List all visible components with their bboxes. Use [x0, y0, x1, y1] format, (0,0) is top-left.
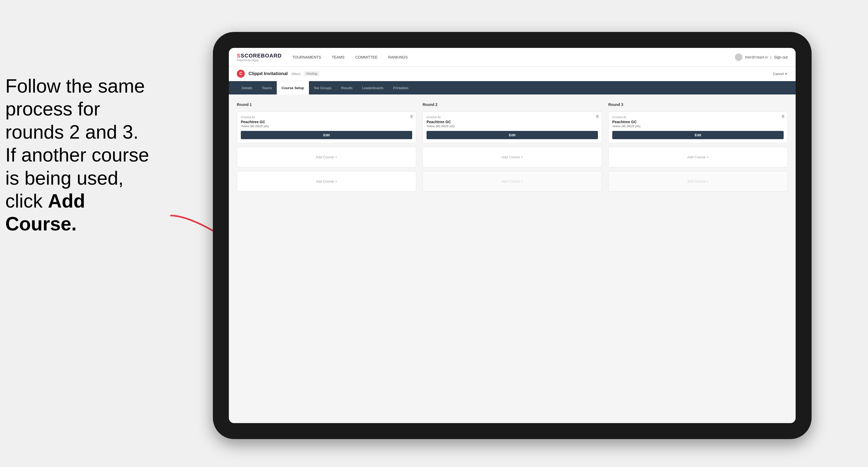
round-3-add-course-2: Add Course +	[608, 171, 788, 192]
cancel-button[interactable]: Cancel ✕	[773, 72, 788, 76]
round-1-add-course-1[interactable]: Add Course +	[237, 147, 416, 167]
round-3-course-wrapper: (Course A) Peachtree GC Yellow (M) (6629…	[608, 112, 788, 143]
round-1-course-name: Peachtree GC	[241, 120, 412, 124]
round-3-add-course-label-2: Add Course +	[687, 179, 709, 183]
round-2-add-course-label-1: Add Course +	[502, 155, 523, 159]
nav-email: blair@clippd.io	[745, 55, 768, 59]
round-1-course-detail: Yellow (M) (6629 yds)	[241, 125, 412, 128]
round-1-course-wrapper: (Course A) Peachtree GC Yellow (M) (6629…	[237, 112, 416, 143]
round-1-col: Round 1 (Course A) Peachtree GC Yellow (…	[237, 102, 416, 192]
men-label: (Men)	[291, 72, 301, 76]
round-2-course-detail: Yellow (M) (6629 yds)	[427, 125, 598, 128]
round-2-course-wrapper: (Course A) Peachtree GC Yellow (M) (6629…	[423, 112, 602, 143]
round-3-add-course-label-1: Add Course +	[687, 155, 709, 159]
round-2-col: Round 2 (Course A) Peachtree GC Yellow (…	[423, 102, 602, 192]
tab-leaderboards[interactable]: Leaderboards	[358, 81, 388, 94]
nav-tournaments[interactable]: TOURNAMENTS	[292, 54, 321, 61]
round-1-course-card: (Course A) Peachtree GC Yellow (M) (6629…	[237, 112, 416, 143]
round-2-course-tag: (Course A)	[427, 116, 598, 119]
round-1-add-course-2[interactable]: Add Course +	[237, 171, 416, 192]
round-2-course-name: Peachtree GC	[427, 120, 598, 124]
round-2-course-card: (Course A) Peachtree GC Yellow (M) (6629…	[423, 112, 602, 143]
tab-printables[interactable]: Printables	[388, 81, 413, 94]
top-nav: SSCOREBOARD Powered by clippd TOURNAMENT…	[229, 48, 796, 66]
tabs-bar: Details Teams Course Setup Tee Groups Re…	[229, 81, 796, 94]
round-1-course-tag: (Course A)	[241, 116, 412, 119]
nav-teams[interactable]: TEAMS	[332, 54, 345, 61]
round-3-edit-button[interactable]: Edit	[612, 131, 784, 139]
round-2-add-course-1[interactable]: Add Course +	[423, 147, 602, 167]
tab-teams[interactable]: Teams	[257, 81, 277, 94]
annotation-text: Follow the same process for rounds 2 and…	[5, 74, 160, 236]
round-3-course-name: Peachtree GC	[612, 120, 784, 124]
round-1-add-course-label-2: Add Course +	[316, 179, 337, 183]
round-1-label: Round 1	[237, 102, 416, 107]
brand-logo: C	[237, 70, 245, 78]
round-2-label: Round 2	[423, 102, 602, 107]
brand-name: SSCOREBOARD	[237, 53, 282, 59]
tab-results[interactable]: Results	[336, 81, 358, 94]
nav-avatar	[735, 54, 742, 61]
nav-committee[interactable]: COMMITTEE	[355, 54, 378, 61]
brand-sub: Powered by clippd	[237, 59, 282, 62]
tablet: SSCOREBOARD Powered by clippd TOURNAMENT…	[213, 32, 812, 439]
round-2-delete-icon[interactable]: 🗑	[595, 114, 599, 118]
rounds-grid: Round 1 (Course A) Peachtree GC Yellow (…	[237, 102, 788, 192]
brand: SSCOREBOARD Powered by clippd	[237, 53, 282, 62]
sign-out-link[interactable]: Sign out	[774, 54, 788, 61]
tablet-screen: SSCOREBOARD Powered by clippd TOURNAMENT…	[229, 48, 796, 423]
round-2-edit-button[interactable]: Edit	[427, 131, 598, 139]
nav-rankings[interactable]: RANKINGS	[388, 54, 408, 61]
round-3-col: Round 3 (Course A) Peachtree GC Yellow (…	[608, 102, 788, 192]
round-1-edit-button[interactable]: Edit	[241, 131, 412, 139]
round-3-label: Round 3	[608, 102, 788, 107]
tab-details[interactable]: Details	[237, 81, 257, 94]
round-2-add-course-label-2: Add Course +	[502, 179, 523, 183]
round-3-delete-icon[interactable]: 🗑	[781, 114, 785, 118]
hosting-badge: Hosting	[304, 71, 319, 76]
tab-tee-groups[interactable]: Tee Groups	[309, 81, 336, 94]
sub-header: C Clippd Invitational (Men) Hosting Canc…	[229, 66, 796, 81]
round-3-course-detail: Yellow (M) (6629 yds)	[612, 125, 784, 128]
round-1-delete-icon[interactable]: 🗑	[410, 114, 413, 118]
sub-header-left: C Clippd Invitational (Men) Hosting	[237, 70, 319, 78]
round-3-course-tag: (Course A)	[612, 116, 784, 119]
tab-course-setup[interactable]: Course Setup	[277, 81, 309, 94]
round-3-course-card: (Course A) Peachtree GC Yellow (M) (6629…	[608, 112, 788, 143]
nav-links: TOURNAMENTS TEAMS COMMITTEE RANKINGS	[292, 54, 735, 61]
tournament-title: Clippd Invitational	[249, 71, 288, 76]
nav-separator: |	[770, 55, 771, 59]
round-1-add-course-label-1: Add Course +	[316, 155, 337, 159]
nav-right: blair@clippd.io | Sign out	[735, 54, 788, 61]
main-content: Round 1 (Course A) Peachtree GC Yellow (…	[229, 94, 796, 423]
round-2-add-course-2: Add Course +	[423, 171, 602, 192]
round-3-add-course-1[interactable]: Add Course +	[608, 147, 788, 167]
